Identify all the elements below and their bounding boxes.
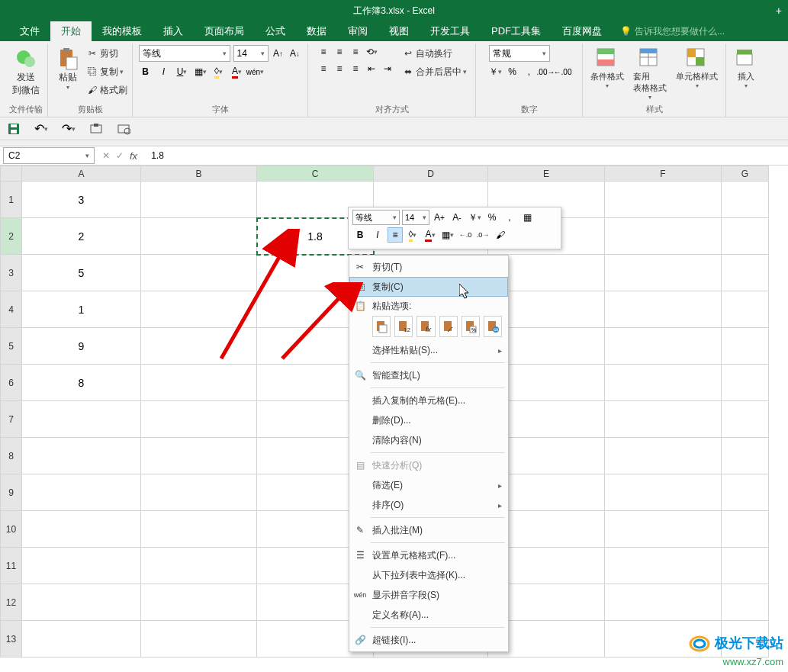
cell-F1[interactable]	[605, 182, 722, 218]
mini-dec-font-icon[interactable]: A-	[449, 210, 465, 225]
cell-F8[interactable]	[605, 438, 722, 474]
cond-format-button[interactable]: 条件格式▾	[587, 45, 627, 91]
cell-F5[interactable]	[605, 328, 722, 365]
tab-template[interactable]: 我的模板	[92, 21, 153, 41]
cell-B7[interactable]	[141, 401, 257, 438]
format-painter-button[interactable]: 🖌格式刷	[86, 82, 127, 98]
cell-G5[interactable]	[722, 328, 769, 365]
tab-insert[interactable]: 插入	[153, 21, 194, 41]
paste-opt-normal[interactable]	[372, 316, 391, 337]
row-header-6[interactable]: 6	[1, 365, 22, 401]
comma-icon[interactable]: ,	[523, 65, 536, 79]
tab-dev[interactable]: 开发工具	[420, 21, 481, 41]
cell-A7[interactable]	[22, 401, 141, 438]
indent-inc-icon[interactable]: ⇥	[381, 62, 394, 76]
mini-font-color-icon[interactable]: A▾	[423, 227, 438, 243]
mini-fill-color-icon[interactable]: ◊▾	[405, 227, 420, 243]
ctx-hyperlink[interactable]: 🔗超链接(I)...	[349, 630, 508, 650]
cell-B13[interactable]	[141, 621, 257, 658]
row-header-9[interactable]: 9	[1, 474, 22, 511]
mini-italic-icon[interactable]: I	[370, 227, 385, 243]
pinyin-button[interactable]: wén▾	[249, 65, 262, 79]
ctx-quick-analysis[interactable]: ▤快速分析(Q)	[349, 455, 508, 475]
fx-icon[interactable]: fx	[130, 150, 137, 162]
merge-center-button[interactable]: ⬌合并后居中▾	[402, 63, 467, 80]
italic-button[interactable]: I	[157, 65, 171, 79]
cell-B1[interactable]	[141, 182, 257, 218]
ctx-smart-lookup[interactable]: 🔍智能查找(L)	[349, 365, 508, 385]
indent-dec-icon[interactable]: ⇤	[365, 62, 378, 76]
cell-styles-button[interactable]: 单元格样式▾	[673, 45, 721, 91]
decrease-font-icon[interactable]: A↓	[288, 47, 302, 60]
cell-F9[interactable]	[605, 474, 722, 511]
cell-A1[interactable]: 3	[22, 182, 141, 218]
plus-icon[interactable]: +	[776, 5, 782, 17]
cell-B12[interactable]	[141, 584, 257, 621]
align-center-icon[interactable]: ≡	[333, 62, 346, 76]
cancel-formula-icon[interactable]: ✕	[102, 150, 110, 161]
ctx-cut[interactable]: ✂剪切(T)	[349, 257, 508, 277]
ctx-delete[interactable]: 删除(D)...	[349, 410, 508, 430]
underline-button[interactable]: U▾	[175, 65, 189, 79]
cell-B10[interactable]	[141, 511, 257, 548]
cell-F10[interactable]	[605, 511, 722, 548]
col-header-D[interactable]: D	[374, 166, 488, 182]
table-format-button[interactable]: 套用 表格格式▾	[630, 45, 670, 102]
qat-icon-1[interactable]	[88, 121, 104, 137]
ctx-format-cells[interactable]: ☰设置单元格格式(F)...	[349, 545, 508, 565]
qat-icon-2[interactable]	[116, 121, 131, 137]
cut-button[interactable]: ✂剪切	[86, 45, 127, 62]
cell-B2[interactable]	[141, 218, 257, 255]
cell-F12[interactable]	[605, 584, 722, 621]
align-bottom-icon[interactable]: ≡	[349, 45, 362, 59]
col-header-E[interactable]: E	[488, 166, 605, 182]
tab-pdf[interactable]: PDF工具集	[481, 21, 552, 41]
cell-F6[interactable]	[605, 365, 722, 401]
row-header-13[interactable]: 13	[1, 621, 22, 658]
mini-percent-icon[interactable]: %	[484, 210, 500, 225]
ctx-sort[interactable]: 排序(O)▸	[349, 495, 508, 515]
cell-F3[interactable]	[605, 255, 722, 291]
align-middle-icon[interactable]: ≡	[333, 45, 346, 59]
cell-G7[interactable]	[722, 401, 769, 438]
cell-A6[interactable]: 8	[22, 365, 141, 401]
mini-inc-dec-icon[interactable]: .0→	[475, 227, 490, 243]
cell-G2[interactable]	[722, 218, 769, 255]
formula-input[interactable]	[145, 147, 788, 164]
cell-F4[interactable]	[605, 291, 722, 328]
font-name-select[interactable]: 等线▾	[139, 45, 230, 62]
wrap-text-button[interactable]: ↩自动换行	[402, 45, 467, 62]
mini-inc-font-icon[interactable]: A+	[432, 210, 447, 225]
row-header-10[interactable]: 10	[1, 511, 22, 548]
row-header-5[interactable]: 5	[1, 328, 22, 365]
col-header-A[interactable]: A	[22, 166, 141, 182]
cell-G8[interactable]	[722, 438, 769, 474]
paste-opt-formulas[interactable]: fx	[417, 316, 435, 337]
row-header-7[interactable]: 7	[1, 401, 22, 438]
cell-B6[interactable]	[141, 365, 257, 401]
cell-A9[interactable]	[22, 474, 141, 511]
ctx-filter[interactable]: 筛选(E)▸	[349, 475, 508, 495]
inc-decimal-icon[interactable]: .00→	[539, 65, 553, 79]
cell-G3[interactable]	[722, 255, 769, 291]
bold-button[interactable]: B	[139, 65, 153, 79]
ctx-copy[interactable]: ⿻复制(C)	[349, 277, 508, 297]
mini-bold-icon[interactable]: B	[352, 227, 368, 243]
ctx-insert-cells[interactable]: 插入复制的单元格(E)...	[349, 391, 508, 410]
cell-B9[interactable]	[141, 474, 257, 511]
tab-home[interactable]: 开始	[50, 21, 92, 41]
ctx-dropdown-select[interactable]: 从下拉列表中选择(K)...	[349, 565, 508, 585]
insert-cells-button[interactable]: 插入▾	[731, 45, 761, 91]
mini-currency-icon[interactable]: ￥▾	[467, 210, 482, 225]
cell-A11[interactable]	[22, 548, 141, 584]
mini-font-select[interactable]: 等线▾	[352, 210, 400, 225]
wechat-send-button[interactable]: 发送 到微信	[9, 45, 43, 98]
align-left-icon[interactable]: ≡	[317, 62, 330, 76]
ctx-define-name[interactable]: 定义名称(A)...	[349, 605, 508, 625]
cell-G6[interactable]	[722, 365, 769, 401]
row-header-4[interactable]: 4	[1, 291, 22, 328]
currency-icon[interactable]: ￥▾	[489, 65, 503, 79]
tell-me[interactable]: 💡 告诉我您想要做什么...	[620, 25, 725, 38]
name-box[interactable]: C2▾	[3, 147, 95, 164]
cell-F7[interactable]	[605, 401, 722, 438]
